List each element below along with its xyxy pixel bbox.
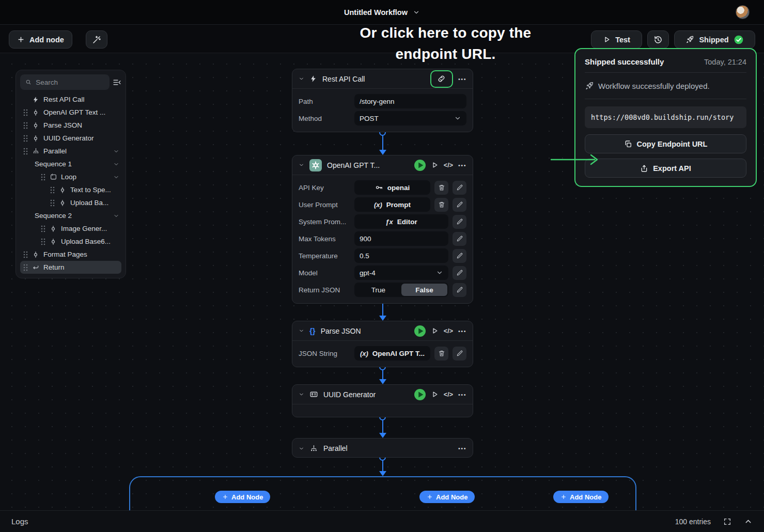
sidebar-item-rest-api-call[interactable]: Rest API Call — [20, 93, 121, 106]
collapse-chevron-icon[interactable] — [299, 162, 304, 168]
edit-value-button[interactable] — [453, 198, 466, 212]
chevron-down-icon[interactable] — [113, 174, 119, 180]
user-prompt-pill[interactable]: (x) Prompt — [354, 197, 430, 212]
toggle-true-option[interactable]: True — [355, 284, 401, 296]
system-prompt-pill[interactable]: ƒx Editor — [354, 214, 448, 229]
collapse-chevron-icon[interactable] — [299, 328, 304, 334]
drag-handle-icon[interactable] — [23, 264, 28, 271]
collapse-list-icon[interactable] — [113, 78, 121, 87]
node-parse-json[interactable]: {} Parse JSON </> ••• JSON String (x) Op… — [292, 321, 473, 367]
sidebar-item-text-to-speech[interactable]: Text to Spe... — [20, 183, 121, 196]
search-input[interactable] — [36, 79, 104, 86]
sidebar-item-upload-base64-1[interactable]: Upload Ba... — [20, 196, 121, 209]
chevron-down-icon[interactable] — [113, 148, 119, 154]
max-tokens-input[interactable]: 900 — [354, 231, 448, 246]
node-menu-icon[interactable]: ••• — [458, 162, 466, 168]
chevron-down-icon[interactable] — [113, 161, 119, 167]
id-card-icon — [309, 390, 318, 399]
copy-endpoint-url-button[interactable]: Copy Endpoint URL — [585, 134, 746, 153]
node-parallel[interactable]: Parallel ••• — [292, 438, 473, 458]
edit-value-button[interactable] — [453, 181, 466, 195]
test-node-icon[interactable] — [431, 327, 439, 335]
edit-value-button[interactable] — [453, 232, 466, 246]
node-title: UUID Generator — [323, 390, 376, 399]
sidebar-item-return[interactable]: Return — [20, 261, 121, 274]
sidebar-item-format-pages[interactable]: Format Pages — [20, 248, 121, 261]
sidebar-item-sequence-1[interactable]: Sequence 1 — [20, 158, 121, 170]
delete-value-button[interactable] — [434, 198, 448, 212]
api-key-pill[interactable]: openai — [354, 180, 430, 195]
collapse-chevron-icon[interactable] — [299, 446, 304, 451]
arrow-down-icon — [379, 316, 386, 321]
collapse-chevron-icon[interactable] — [299, 392, 304, 397]
copy-endpoint-link-button[interactable] — [430, 70, 453, 88]
collapse-chevron-icon[interactable] — [299, 76, 304, 82]
drag-handle-icon[interactable] — [23, 122, 28, 129]
node-menu-icon[interactable]: ••• — [458, 392, 466, 398]
drag-handle-icon[interactable] — [23, 109, 28, 116]
edit-value-button[interactable] — [453, 249, 466, 263]
shipped-button[interactable]: Shipped — [674, 30, 755, 49]
parallel-tree-icon — [32, 147, 40, 155]
drag-handle-icon[interactable] — [41, 238, 45, 245]
sidebar-item-upload-base64-2[interactable]: Upload Base6... — [20, 235, 121, 248]
drag-handle-icon[interactable] — [23, 251, 28, 258]
drag-handle-icon[interactable] — [50, 199, 55, 207]
add-node-button[interactable]: Add node — [9, 30, 72, 49]
node-menu-icon[interactable]: ••• — [458, 328, 466, 334]
workflow-title-menu[interactable]: Untitled Workflow — [344, 8, 420, 17]
add-node-branch-button[interactable]: Add Node — [215, 491, 270, 503]
logs-bar[interactable]: Logs 100 entries — [0, 510, 764, 532]
sidebar-item-loop[interactable]: Loop — [20, 170, 121, 183]
drag-handle-icon[interactable] — [23, 135, 28, 142]
sidebar-item-image-generator[interactable]: Image Gener... — [20, 222, 121, 235]
method-select[interactable]: POST — [354, 111, 466, 126]
node-menu-icon[interactable]: ••• — [458, 76, 466, 82]
drag-handle-icon[interactable] — [41, 174, 45, 181]
code-icon[interactable]: </> — [444, 327, 453, 335]
delete-value-button[interactable] — [434, 347, 448, 361]
path-input[interactable]: /story-genn — [354, 94, 466, 108]
code-icon[interactable]: </> — [444, 391, 453, 398]
test-node-icon[interactable] — [431, 161, 439, 169]
open-logs-button[interactable] — [744, 517, 753, 526]
expand-logs-button[interactable] — [723, 518, 731, 526]
delete-value-button[interactable] — [434, 181, 448, 195]
run-node-button[interactable] — [414, 160, 426, 171]
node-openai-gpt-text[interactable]: OpenAI GPT T... </> ••• API Key openai U… — [292, 155, 473, 304]
sidebar-item-uuid-generator[interactable]: UUID Generator — [20, 132, 121, 145]
endpoint-url-field[interactable]: https://008vd0.buildship.run/story — [585, 106, 746, 128]
node-rest-api-call[interactable]: Rest API Call ••• Path /story-genn Metho… — [292, 69, 473, 132]
edit-value-button[interactable] — [453, 283, 466, 297]
sidebar-item-openai-gpt-text[interactable]: OpenAI GPT Text ... — [20, 106, 121, 119]
version-history-button[interactable] — [647, 30, 669, 49]
json-string-pill[interactable]: (x) OpenAI GPT T... — [354, 346, 430, 361]
run-node-button[interactable] — [414, 389, 426, 400]
ai-wand-button[interactable] — [86, 30, 107, 49]
test-node-icon[interactable] — [431, 390, 439, 398]
sidebar-item-parallel[interactable]: Parallel — [20, 145, 121, 158]
avatar[interactable] — [736, 5, 750, 19]
temperature-input[interactable]: 0.5 — [354, 248, 448, 263]
node-uuid-generator[interactable]: UUID Generator </> ••• — [292, 384, 473, 417]
code-icon[interactable]: </> — [444, 162, 453, 169]
node-menu-icon[interactable]: ••• — [458, 445, 466, 451]
sidebar-item-sequence-2[interactable]: Sequence 2 — [20, 209, 121, 222]
edit-value-button[interactable] — [453, 347, 466, 361]
add-node-branch-button[interactable]: Add Node — [553, 491, 609, 503]
chevron-down-icon — [413, 9, 420, 16]
drag-handle-icon[interactable] — [23, 148, 28, 155]
edit-value-button[interactable] — [453, 266, 466, 280]
sidebar-item-parse-json[interactable]: Parse JSON — [20, 119, 121, 132]
test-button[interactable]: Test — [591, 30, 642, 49]
drag-handle-icon[interactable] — [41, 225, 45, 232]
toggle-false-option[interactable]: False — [401, 284, 447, 296]
drag-handle-icon[interactable] — [50, 186, 55, 194]
chevron-down-icon[interactable] — [113, 213, 119, 219]
search-box[interactable] — [20, 74, 110, 90]
edit-value-button[interactable] — [453, 215, 466, 229]
model-select[interactable]: gpt-4 — [354, 265, 448, 280]
export-api-button[interactable]: Export API — [585, 159, 746, 178]
run-node-button[interactable] — [414, 325, 426, 337]
add-node-branch-button[interactable]: Add Node — [419, 491, 475, 503]
